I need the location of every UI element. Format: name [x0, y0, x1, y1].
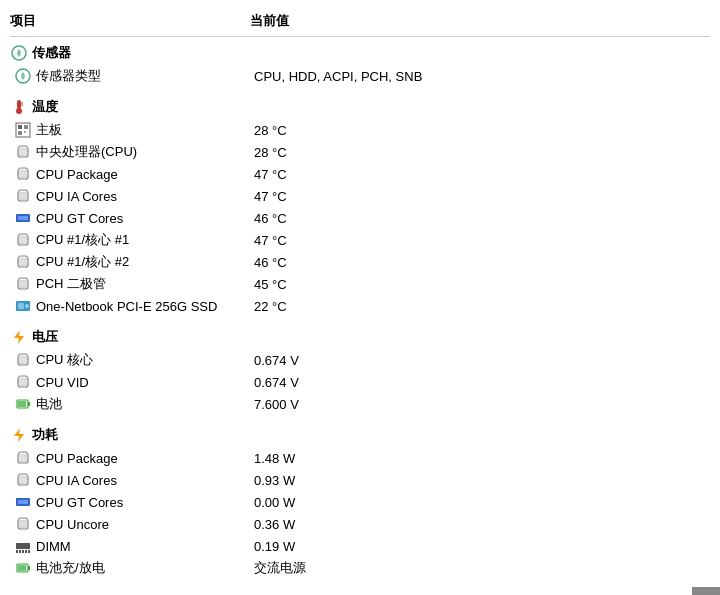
row-name-temperature-5: CPU #1/核心 #1: [14, 231, 254, 249]
row-label-voltage-1: CPU VID: [36, 375, 89, 390]
row-label-temperature-5: CPU #1/核心 #1: [36, 231, 129, 249]
row-value-temperature-1: 28 °C: [254, 145, 287, 160]
section-label-power: 功耗: [32, 426, 58, 444]
row-name-temperature-1: 中央处理器(CPU): [14, 143, 254, 161]
table-row: CPU IA Cores0.93 W: [10, 469, 710, 491]
svg-rect-31: [18, 565, 26, 571]
row-name-power-1: CPU IA Cores: [14, 471, 254, 489]
svg-rect-19: [18, 401, 26, 407]
row-name-power-3: CPU Uncore: [14, 515, 254, 533]
row-value-power-2: 0.00 W: [254, 495, 295, 510]
table-row: CPU #1/核心 #246 °C: [10, 251, 710, 273]
row-value-voltage-0: 0.674 V: [254, 353, 299, 368]
svg-rect-8: [24, 125, 28, 129]
table-row: PCH 二极管45 °C: [10, 273, 710, 295]
cpu-core2-icon: [14, 253, 32, 271]
section-label-voltage: 电压: [32, 328, 58, 346]
svg-point-15: [25, 304, 29, 308]
section-temperature: 温度主板28 °C中央处理器(CPU)28 °CCPU Package47 °C…: [10, 95, 710, 317]
svg-rect-18: [28, 402, 30, 406]
temp-icon: [10, 98, 28, 116]
row-name-voltage-2: 电池: [14, 395, 254, 413]
row-label-temperature-6: CPU #1/核心 #2: [36, 253, 129, 271]
pkg-icon: [14, 449, 32, 467]
power-icon: [10, 426, 28, 444]
section-power: 功耗CPU Package1.48 WCPU IA Cores0.93 WCPU…: [10, 423, 710, 579]
watermark: 新 浪 众 观: [692, 587, 720, 595]
row-name-temperature-8: One-Netbook PCI-E 256G SSD: [14, 297, 254, 315]
sensor-icon: [10, 44, 28, 62]
table-row: 电池7.600 V: [10, 393, 710, 415]
section-label-sensor: 传感器: [32, 44, 71, 62]
cpu-icon: [14, 143, 32, 161]
row-value-power-1: 0.93 W: [254, 473, 295, 488]
row-label-power-1: CPU IA Cores: [36, 473, 117, 488]
row-label-power-3: CPU Uncore: [36, 517, 109, 532]
row-value-temperature-6: 46 °C: [254, 255, 287, 270]
table-row: CPU Package1.48 W: [10, 447, 710, 469]
table-row: 电池充/放电交流电源: [10, 557, 710, 579]
row-value-temperature-7: 45 °C: [254, 277, 287, 292]
sensor-sub-icon: [14, 67, 32, 85]
section-header-temperature: 温度: [10, 95, 710, 119]
row-value-temperature-3: 47 °C: [254, 189, 287, 204]
row-label-power-2: CPU GT Cores: [36, 495, 123, 510]
row-name-temperature-7: PCH 二极管: [14, 275, 254, 293]
table-row: CPU 核心0.674 V: [10, 349, 710, 371]
svg-rect-24: [16, 550, 18, 553]
uncore-icon: [14, 515, 32, 533]
cpu-core1-icon: [14, 231, 32, 249]
bat-charge-icon: [14, 559, 32, 577]
row-name-temperature-3: CPU IA Cores: [14, 187, 254, 205]
ssd-icon: [14, 297, 32, 315]
section-header-power: 功耗: [10, 423, 710, 447]
section-label-temperature: 温度: [32, 98, 58, 116]
cpu-gt-icon: [14, 209, 32, 227]
header-value-col: 当前值: [250, 12, 289, 30]
row-name-power-0: CPU Package: [14, 449, 254, 467]
table-row: CPU IA Cores47 °C: [10, 185, 710, 207]
table-row: CPU VID0.674 V: [10, 371, 710, 393]
table-row: 主板28 °C: [10, 119, 710, 141]
row-label-voltage-2: 电池: [36, 395, 62, 413]
row-value-voltage-2: 7.600 V: [254, 397, 299, 412]
header-name-col: 项目: [10, 12, 250, 30]
section-header-voltage: 电压: [10, 325, 710, 349]
row-name-power-5: 电池充/放电: [14, 559, 254, 577]
svg-rect-28: [28, 550, 30, 553]
gt2-icon: [14, 493, 32, 511]
row-value-temperature-0: 28 °C: [254, 123, 287, 138]
svg-rect-7: [18, 125, 22, 129]
svg-rect-30: [28, 566, 30, 570]
svg-rect-14: [18, 303, 24, 309]
svg-rect-26: [22, 550, 24, 553]
svg-rect-23: [16, 543, 30, 549]
row-name-temperature-6: CPU #1/核心 #2: [14, 253, 254, 271]
row-name-temperature-4: CPU GT Cores: [14, 209, 254, 227]
row-label-sensor-0: 传感器类型: [36, 67, 101, 85]
table-row: 传感器类型CPU, HDD, ACPI, PCH, SNB: [10, 65, 710, 87]
cpu-ia-icon: [14, 187, 32, 205]
row-label-voltage-0: CPU 核心: [36, 351, 93, 369]
row-label-power-5: 电池充/放电: [36, 559, 105, 577]
row-value-temperature-2: 47 °C: [254, 167, 287, 182]
row-value-sensor-0: CPU, HDD, ACPI, PCH, SNB: [254, 69, 422, 84]
table-row: CPU GT Cores46 °C: [10, 207, 710, 229]
row-label-temperature-8: One-Netbook PCI-E 256G SSD: [36, 299, 217, 314]
row-value-power-0: 1.48 W: [254, 451, 295, 466]
row-value-voltage-1: 0.674 V: [254, 375, 299, 390]
row-label-temperature-2: CPU Package: [36, 167, 118, 182]
svg-marker-16: [14, 330, 24, 344]
row-label-temperature-3: CPU IA Cores: [36, 189, 117, 204]
board-icon: [14, 121, 32, 139]
section-voltage: 电压CPU 核心0.674 VCPU VID0.674 V电池7.600 V: [10, 325, 710, 415]
row-label-temperature-1: 中央处理器(CPU): [36, 143, 137, 161]
svg-rect-27: [25, 550, 27, 553]
row-name-power-2: CPU GT Cores: [14, 493, 254, 511]
dimm-icon: [14, 537, 32, 555]
svg-rect-10: [24, 131, 26, 133]
table-row: One-Netbook PCI-E 256G SSD22 °C: [10, 295, 710, 317]
svg-point-3: [16, 108, 22, 114]
row-label-temperature-4: CPU GT Cores: [36, 211, 123, 226]
table-header: 项目 当前值: [10, 8, 710, 37]
